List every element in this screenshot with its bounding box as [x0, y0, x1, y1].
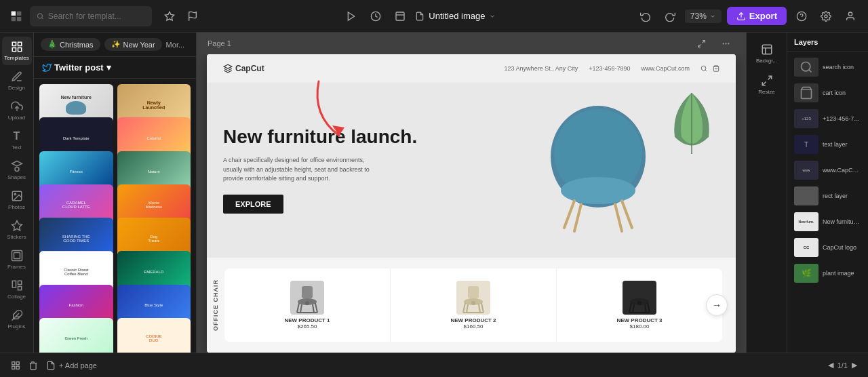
search-icon: [37, 12, 44, 20]
leaf-decoration: [668, 90, 715, 157]
svg-point-31: [723, 43, 724, 43]
svg-rect-14: [18, 48, 21, 52]
layer-label: CapCut logo: [823, 244, 856, 251]
next-page-button[interactable]: ▶: [852, 361, 857, 370]
layer-item[interactable]: 🌿 plant image: [790, 261, 865, 285]
svg-line-41: [615, 204, 622, 231]
product-item-3: NEW PRODUCT 3 $180.00: [557, 269, 722, 342]
templates-grid: New furniture NewlyLaunched Dark Templat…: [34, 79, 196, 353]
canvas-logo-text: CapCut: [235, 64, 264, 73]
sidebar-label-upload: Upload: [8, 115, 25, 121]
layer-thumbnail: www: [794, 161, 818, 180]
layer-item[interactable]: +123 +123-456-7890: [790, 106, 865, 131]
layers-panel: Layers search icon cart icon: [787, 33, 868, 353]
svg-point-18: [14, 193, 16, 195]
template-item[interactable]: COOKIEDUO: [117, 318, 191, 353]
svg-point-61: [637, 301, 642, 305]
svg-point-70: [802, 62, 810, 71]
canvas-website: www.CapCut.com: [641, 65, 690, 72]
svg-line-28: [698, 44, 701, 47]
play-icon[interactable]: [342, 7, 361, 26]
zoom-level: 73%: [690, 12, 707, 21]
explore-button[interactable]: EXPLORE: [223, 195, 283, 214]
layer-item[interactable]: www www.CapCut.com: [790, 158, 865, 182]
product-item-1: NEW PRODUCT 1 $265.50: [224, 269, 391, 342]
product-name-3: NEW PRODUCT 3: [616, 317, 662, 323]
hero-text: New furniture launch. A chair specifical…: [207, 111, 460, 229]
layer-label: New furniture...: [823, 218, 861, 225]
delete-page-button[interactable]: [28, 361, 38, 370]
layer-item[interactable]: search icon: [790, 55, 865, 79]
sidebar-item-photos[interactable]: Photos: [2, 186, 32, 214]
sidebar-item-templates[interactable]: Templates: [2, 37, 32, 65]
page-navigation: ◀ 1/1 ▶: [828, 361, 857, 370]
canvas-menu-icon[interactable]: [716, 34, 735, 53]
layer-item[interactable]: New furn. New furniture...: [790, 210, 865, 234]
template-item[interactable]: Green Fresh: [39, 318, 113, 353]
prev-page-button[interactable]: ◀: [828, 361, 833, 370]
bottom-bar: + Add page ◀ 1/1 ▶: [0, 353, 868, 377]
sidebar-item-frames[interactable]: Frames: [2, 245, 32, 274]
undo-button[interactable]: [636, 7, 655, 26]
svg-line-68: [768, 76, 771, 79]
svg-point-45: [305, 301, 309, 305]
canvas-expand-icon[interactable]: [692, 34, 711, 53]
doc-title[interactable]: Untitled image: [415, 11, 496, 21]
svg-line-56: [467, 304, 468, 313]
tag-christmas[interactable]: 🎄Christmas: [41, 38, 100, 51]
grid-view-button[interactable]: [11, 361, 20, 370]
layer-thumbnail: New furn.: [794, 212, 818, 231]
layout-icon[interactable]: [391, 7, 410, 26]
svg-line-38: [564, 201, 574, 228]
layer-item[interactable]: cart icon: [790, 81, 865, 105]
page-label: Page 1: [208, 39, 231, 47]
svg-rect-73: [16, 361, 19, 364]
layer-item[interactable]: rect layer: [790, 184, 865, 208]
settings-icon[interactable]: [816, 7, 835, 26]
sidebar-item-shapes[interactable]: Shapes: [2, 156, 32, 184]
search-input[interactable]: [48, 12, 145, 21]
panel-dropdown[interactable]: ▾: [106, 62, 111, 73]
layer-item[interactable]: T text layer: [790, 132, 865, 157]
export-button[interactable]: Export: [727, 7, 787, 25]
redo-button[interactable]: [660, 7, 679, 26]
search-bar[interactable]: [30, 6, 152, 26]
panel-header: Twitter post ▾: [34, 57, 196, 79]
flag-icon[interactable]: [183, 7, 202, 26]
svg-line-55: [481, 303, 484, 313]
magic-icon[interactable]: [160, 7, 179, 26]
svg-point-37: [561, 177, 635, 204]
canvas-scroll[interactable]: CapCut 123 Anywhere St., Any City +123-4…: [197, 54, 746, 353]
user-icon[interactable]: [841, 7, 860, 26]
doc-title-text: Untitled image: [429, 11, 485, 21]
hero-title: New furniture launch.: [223, 127, 444, 148]
add-page-button[interactable]: + Add page: [46, 361, 97, 370]
next-arrow-button[interactable]: →: [706, 294, 728, 316]
timer-icon[interactable]: [366, 7, 385, 26]
help-icon[interactable]: [792, 7, 811, 26]
layer-item[interactable]: CC CapCut logo: [790, 235, 865, 260]
zoom-control[interactable]: 73%: [685, 9, 722, 23]
sidebar-item-text[interactable]: T Text: [2, 126, 32, 155]
background-tool[interactable]: Backgr...: [751, 38, 783, 69]
svg-line-54: [463, 303, 465, 313]
sidebar-item-plugins[interactable]: Plugins: [2, 305, 32, 334]
export-label: Export: [749, 11, 777, 21]
sidebar-item-collage[interactable]: Collage: [2, 275, 32, 304]
sidebar-item-stickers[interactable]: Stickers: [2, 216, 32, 244]
product-chair-3: [623, 281, 656, 315]
canvas-content: CapCut 123 Anywhere St., Any City +123-4…: [207, 54, 736, 353]
tag-newyear[interactable]: ✨New Year: [104, 38, 162, 51]
tag-more[interactable]: Mor...: [166, 41, 185, 49]
svg-rect-11: [12, 42, 16, 45]
layer-label: www.CapCut.com: [823, 167, 861, 174]
svg-line-64: [633, 304, 634, 313]
sidebar-item-upload[interactable]: Upload: [2, 96, 32, 125]
svg-marker-2: [349, 12, 355, 20]
svg-point-53: [471, 301, 475, 305]
sidebar-label-stickers: Stickers: [7, 234, 26, 240]
sidebar-item-design[interactable]: Design: [2, 66, 32, 95]
resize-tool[interactable]: Resize: [751, 69, 783, 100]
page-info: 1/1: [837, 361, 848, 370]
sidebar-label-design: Design: [8, 85, 25, 91]
